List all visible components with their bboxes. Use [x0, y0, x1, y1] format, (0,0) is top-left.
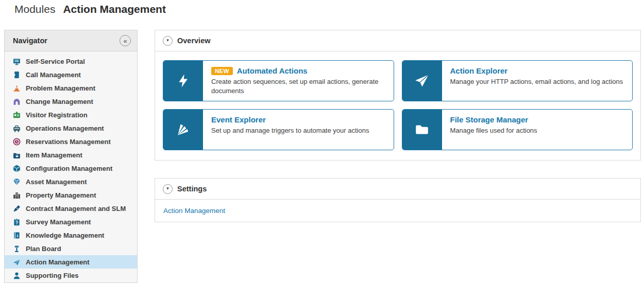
sidebar-item-supporting-files[interactable]: Supporting Files [5, 269, 137, 282]
settings-link-action-management[interactable]: Action Management [163, 207, 225, 215]
traffic-cone-icon [13, 84, 21, 92]
overview-panel: ▼ Overview NEWAutomated ActionsCreate ac… [155, 30, 641, 161]
card-body: Action ExplorerManage your HTTP actions,… [442, 61, 632, 101]
settings-panel: ▼ Settings Action Management [155, 178, 641, 222]
overview-panel-header: ▼ Overview [155, 30, 640, 51]
cube-icon [13, 165, 21, 172]
arch-icon [13, 98, 21, 105]
card-title: Action Explorer [450, 66, 508, 75]
card-title: File Storage Manager [450, 115, 529, 124]
pen-icon [13, 205, 21, 212]
sidebar-item-label: Visitor Registration [26, 111, 88, 119]
svg-text:?: ? [15, 220, 18, 225]
card-title-row: NEWAutomated Actions [211, 66, 385, 75]
sidebar-item-problem-management[interactable]: Problem Management [5, 81, 137, 95]
navigator-title: Navigator [13, 37, 47, 45]
card-description: Manage your HTTP actions, email actions,… [450, 77, 623, 86]
service-van-icon [13, 125, 21, 132]
settings-panel-header: ▼ Settings [155, 179, 640, 200]
folder-box-icon [13, 151, 21, 159]
settings-link-row: Action Management [155, 200, 640, 222]
card-body: NEWAutomated ActionsCreate action sequen… [203, 61, 394, 101]
sidebar-item-label: Action Management [26, 258, 90, 266]
paper-plane-icon [402, 61, 442, 101]
sidebar-item-label: Item Management [26, 151, 82, 159]
sidebar-item-label: Reservations Management [26, 138, 111, 146]
person-icon [13, 272, 21, 279]
card-title-row: File Storage Manager [450, 115, 537, 124]
control-tower-icon [13, 245, 21, 253]
collapse-triangle-icon[interactable]: ▼ [163, 36, 173, 46]
sidebar-item-label: Change Management [26, 98, 93, 105]
sidebar-item-call-management[interactable]: Call Management [5, 68, 137, 81]
sidebar-item-label: Knowledge Management [26, 232, 104, 239]
clock-circle-icon [13, 138, 21, 146]
card-body: Event ExplorerSet up and manage triggers… [203, 110, 377, 150]
collapse-triangle-icon[interactable]: ▼ [163, 184, 173, 194]
gem-icon [13, 178, 21, 186]
monitor-icon [13, 58, 21, 65]
card-title-row: Action Explorer [450, 66, 623, 75]
navigator-header: Navigator « [5, 30, 137, 51]
card-event-explorer[interactable]: Event ExplorerSet up and manage triggers… [163, 109, 394, 150]
folder-icon [402, 110, 442, 150]
id-badge-icon [13, 111, 21, 119]
clipboard-question-icon: ? [13, 218, 21, 226]
sidebar-item-self-service-portal[interactable]: Self-Service Portal [5, 55, 137, 68]
chevrons-left-icon[interactable]: « [120, 35, 131, 46]
card-title-row: Event Explorer [211, 115, 369, 124]
sidebar-item-survey-management[interactable]: ?Survey Management [5, 215, 137, 228]
new-badge: NEW [211, 67, 233, 75]
card-body: File Storage ManagerManage files used fo… [442, 110, 546, 150]
overview-title: Overview [177, 37, 211, 45]
navigator-list: Self-Service PortalCall ManagementProble… [5, 51, 137, 284]
page-title: Action Management [63, 3, 166, 15]
sidebar-item-plan-board[interactable]: Plan Board [5, 242, 137, 255]
sidebar-item-change-management[interactable]: Change Management [5, 95, 137, 108]
card-title: Automated Actions [237, 66, 308, 75]
card-action-explorer[interactable]: Action ExplorerManage your HTTP actions,… [402, 60, 633, 101]
lightning-icon [163, 61, 203, 101]
ticket-icon [13, 71, 21, 79]
sidebar-item-label: Configuration Management [26, 165, 112, 172]
book-info-icon: i [13, 232, 21, 239]
sidebar-item-configuration-management[interactable]: Configuration Management [5, 162, 137, 175]
event-fan-icon [163, 110, 203, 150]
sidebar-item-label: Property Management [26, 191, 96, 199]
breadcrumb[interactable]: Modules [14, 3, 55, 15]
sidebar-item-label: Self-Service Portal [26, 58, 85, 65]
sidebar-item-item-management[interactable]: Item Management [5, 148, 137, 162]
card-description: Create action sequences, set up email ac… [211, 77, 385, 95]
sidebar-item-label: Contract Management and SLM [26, 205, 126, 212]
sidebar-item-reservations-management[interactable]: Reservations Management [5, 135, 137, 148]
card-title: Event Explorer [211, 115, 266, 124]
main-area: ▼ Overview NEWAutomated ActionsCreate ac… [155, 30, 641, 222]
sidebar-item-label: Survey Management [26, 218, 91, 226]
sidebar-item-label: Problem Management [26, 84, 95, 92]
sidebar-item-knowledge-management[interactable]: iKnowledge Management [5, 228, 137, 242]
settings-title: Settings [177, 185, 207, 193]
sidebar-item-label: Supporting Files [26, 272, 79, 279]
page-header: Modules Action Management [0, 0, 644, 30]
sidebar-item-label: Asset Management [26, 178, 87, 186]
card-description: Set up and manage triggers to automate y… [211, 126, 369, 135]
sidebar-item-visitor-registration[interactable]: Visitor Registration [5, 108, 137, 121]
sidebar-item-property-management[interactable]: Property Management [5, 188, 137, 202]
card-automated-actions[interactable]: NEWAutomated ActionsCreate action sequen… [163, 60, 394, 101]
sidebar-item-contract-management-and-slm[interactable]: Contract Management and SLM [5, 202, 137, 215]
sidebar-item-asset-management[interactable]: Asset Management [5, 175, 137, 188]
sidebar-item-action-management[interactable]: Action Management [5, 255, 137, 269]
navigator-sidebar: Navigator « Self-Service PortalCall Mana… [4, 30, 138, 283]
overview-cards: NEWAutomated ActionsCreate action sequen… [155, 51, 640, 160]
sidebar-item-label: Plan Board [26, 245, 61, 253]
sidebar-item-operations-management[interactable]: Operations Management [5, 121, 137, 135]
content: Navigator « Self-Service PortalCall Mana… [0, 30, 644, 283]
buildings-icon [13, 191, 21, 199]
sidebar-item-label: Call Management [26, 71, 81, 79]
card-description: Manage files used for actions [450, 126, 537, 135]
sidebar-item-label: Operations Management [26, 125, 104, 132]
paper-plane-icon [13, 258, 21, 266]
card-file-storage-manager[interactable]: File Storage ManagerManage files used fo… [402, 109, 633, 150]
